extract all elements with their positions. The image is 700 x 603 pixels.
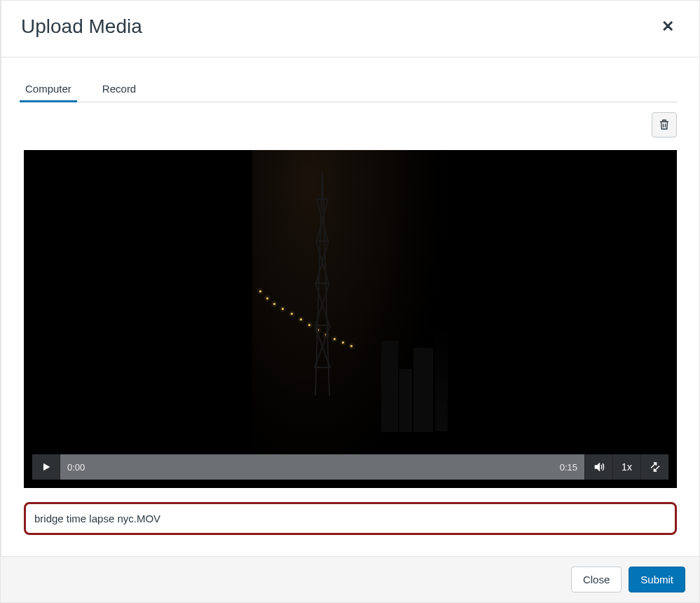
volume-button[interactable] (584, 454, 612, 480)
fullscreen-button[interactable] (640, 454, 668, 480)
city-silhouette (364, 306, 448, 432)
tabs: Computer Record (24, 77, 677, 102)
close-button-footer[interactable]: Close (571, 567, 622, 592)
fullscreen-icon (649, 461, 661, 473)
video-preview: 0:00 0:15 1x (24, 150, 677, 488)
button-label: Submit (640, 574, 673, 585)
file-name-input[interactable] (27, 506, 673, 531)
tab-label: Computer (25, 83, 71, 95)
video-thumbnail (252, 150, 448, 488)
duration: 0:15 (560, 462, 577, 473)
volume-icon (593, 461, 605, 473)
delete-button[interactable] (652, 112, 677, 137)
current-time: 0:00 (67, 462, 85, 473)
tab-record[interactable]: Record (101, 77, 137, 102)
seek-bar[interactable]: 0:00 0:15 (60, 454, 584, 480)
trash-icon (658, 118, 671, 131)
tab-label: Record (102, 83, 136, 95)
video-controls: 0:00 0:15 1x (32, 454, 668, 480)
modal-title: Upload Media (21, 15, 142, 38)
tab-computer[interactable]: Computer (24, 77, 73, 102)
playback-speed-button[interactable]: 1x (612, 454, 640, 480)
close-button[interactable]: ✕ (656, 15, 680, 39)
close-icon: ✕ (661, 18, 674, 35)
submit-button[interactable]: Submit (629, 567, 685, 592)
file-name-highlight (24, 502, 677, 535)
play-button[interactable] (32, 454, 60, 480)
upload-media-modal: Upload Media ✕ Computer Record (0, 0, 700, 603)
speed-label: 1x (622, 461, 632, 473)
play-icon (41, 461, 52, 473)
button-label: Close (583, 574, 610, 585)
modal-header: Upload Media ✕ (1, 1, 699, 57)
tower-silhouette (308, 171, 336, 395)
modal-body: Computer Record (1, 57, 699, 556)
modal-footer: Close Submit (1, 556, 699, 602)
actions-row (24, 102, 677, 137)
